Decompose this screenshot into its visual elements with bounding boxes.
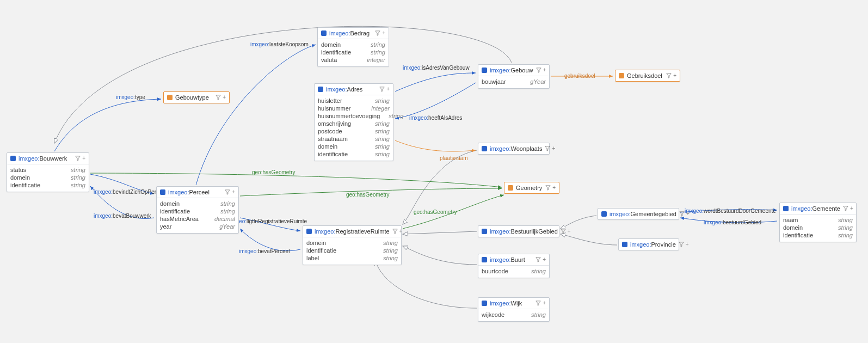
filter-icon[interactable]	[843, 206, 848, 211]
add-icon[interactable]: +	[543, 257, 546, 262]
edge-inherit-wijk	[375, 260, 477, 308]
node-bedrag[interactable]: imxgeo:Bedrag+domeinstringidentificaties…	[317, 27, 389, 67]
attr-name: straatnaam	[318, 135, 348, 143]
filter-icon[interactable]	[561, 229, 566, 234]
node-header[interactable]: imxgeo:Gemeentegebied+	[598, 209, 679, 219]
attr-name: domein	[10, 174, 30, 181]
class-icon	[160, 189, 165, 195]
attr-type: string	[71, 181, 85, 189]
attr-type: string	[375, 143, 390, 150]
edge-label: heeftAlsAdres	[428, 115, 462, 121]
attr-type: string	[531, 311, 546, 318]
filter-icon[interactable]	[679, 211, 685, 217]
filter-icon[interactable]	[392, 229, 398, 234]
node-buurt[interactable]: imxgeo:Buurt+buurtcodestring	[478, 254, 550, 278]
attr-row: domeinstring	[160, 200, 235, 207]
node-header[interactable]: Gebouwtype+	[164, 92, 229, 103]
attr-type: string	[383, 254, 398, 262]
svg-text:imxgeo:heeftAlsAdres: imxgeo:heeftAlsAdres	[409, 115, 462, 121]
filter-icon[interactable]	[216, 95, 221, 100]
attr-type: string	[371, 41, 385, 48]
attr-name: postcode	[318, 127, 342, 135]
node-header[interactable]: imxgeo:Provincie+	[619, 239, 679, 250]
add-icon[interactable]: +	[386, 87, 390, 92]
node-adres[interactable]: imxgeo:Adres+huisletterstringhuisnummeri…	[314, 83, 393, 161]
filter-icon[interactable]	[379, 87, 385, 92]
filter-icon[interactable]	[535, 257, 541, 262]
node-provincie[interactable]: imxgeo:Provincie+	[618, 238, 679, 250]
node-header[interactable]: imxgeo:RegistratieveRuimte+	[303, 226, 401, 237]
node-gebouw[interactable]: imxgeo:Gebouw+bouwjaargYear	[478, 64, 550, 89]
add-icon[interactable]: +	[673, 73, 676, 78]
add-icon[interactable]: +	[543, 68, 546, 73]
svg-text:geo:hasGeometry: geo:hasGeometry	[414, 209, 457, 215]
node-perceel[interactable]: imxgeo:Perceel+domeinstringidentificatie…	[156, 186, 239, 234]
add-icon[interactable]: +	[552, 146, 555, 151]
filter-icon[interactable]	[545, 185, 551, 191]
filter-icon[interactable]	[679, 242, 684, 247]
add-icon[interactable]: +	[686, 242, 689, 247]
node-title: imxgeo:Wijk	[490, 300, 533, 307]
node-actions: +	[536, 68, 546, 73]
node-header[interactable]: imxgeo:Gemeente+	[780, 203, 856, 215]
filter-icon[interactable]	[225, 189, 230, 195]
node-woonplaats[interactable]: imxgeo:Woonplaats+	[478, 143, 550, 155]
filter-icon[interactable]	[535, 301, 541, 306]
node-header[interactable]: imxgeo:Gebouw+	[478, 65, 549, 76]
node-header[interactable]: imxgeo:BestuurlijkGebied+	[478, 226, 559, 237]
node-gebruiksdoel[interactable]: Gebruiksdoel+	[615, 70, 680, 82]
filter-icon[interactable]	[545, 146, 550, 151]
filter-icon[interactable]	[536, 68, 541, 73]
node-header[interactable]: imxgeo:Woonplaats+	[478, 143, 549, 154]
node-header[interactable]: imxgeo:Bouwwerk+	[7, 153, 89, 164]
node-geometry[interactable]: Geometry+	[504, 182, 559, 194]
filter-icon[interactable]	[375, 30, 380, 36]
svg-text:imxgeo:bevatBouwwerk: imxgeo:bevatBouwwerk	[94, 213, 152, 219]
attr-type: string	[375, 150, 390, 158]
node-header[interactable]: imxgeo:Perceel+	[157, 187, 238, 198]
node-bouwwerk[interactable]: imxgeo:Bouwwerk+statusstringdomeinstring…	[7, 152, 89, 192]
attr-name: huisnummer	[318, 105, 351, 112]
class-icon	[482, 146, 487, 151]
node-actions: +	[535, 301, 546, 306]
attr-name: year	[160, 223, 171, 230]
edge-label-prefix: geo:	[252, 169, 262, 175]
node-header[interactable]: imxgeo:Adres+	[315, 84, 393, 95]
add-icon[interactable]: +	[850, 206, 853, 211]
add-icon[interactable]: +	[382, 30, 385, 36]
edge-bevatPerceel	[240, 229, 300, 251]
attr-type: decimal	[214, 215, 235, 223]
node-wijk[interactable]: imxgeo:Wijk+wijkcodestring	[478, 297, 550, 322]
add-icon[interactable]: +	[232, 189, 235, 195]
attr-row: bouwjaargYear	[482, 78, 546, 85]
filter-icon[interactable]	[75, 156, 81, 161]
node-bestuurlijk[interactable]: imxgeo:BestuurlijkGebied+	[478, 225, 559, 237]
add-icon[interactable]: +	[552, 185, 556, 191]
node-gemeente[interactable]: imxgeo:Gemeente+naamstringdomeinstringid…	[779, 203, 857, 242]
attr-row: domeinstring	[783, 224, 853, 231]
node-gemeentegebied[interactable]: imxgeo:Gemeentegebied+	[598, 208, 679, 220]
filter-icon[interactable]	[666, 73, 672, 78]
node-header[interactable]: Gebruiksdoel+	[615, 70, 680, 81]
diagram-canvas[interactable]: imxgeo:laatsteKoopsom imxgeo:type imxgeo…	[0, 0, 868, 343]
edge-bevatBouwwerk	[90, 186, 154, 219]
add-icon[interactable]: +	[543, 301, 546, 306]
node-title: imxgeo:Provincie	[630, 241, 676, 248]
node-regruimte[interactable]: imxgeo:RegistratieveRuimte+domeinstringi…	[303, 225, 402, 265]
add-icon[interactable]: +	[223, 95, 226, 100]
add-icon[interactable]: +	[399, 229, 403, 234]
node-gebouwtype[interactable]: Gebouwtype+	[163, 91, 230, 103]
add-icon[interactable]: +	[82, 156, 85, 161]
attr-row: labelstring	[306, 254, 398, 262]
attr-row: huisnummerinteger	[318, 105, 390, 112]
attr-type: string	[375, 97, 390, 105]
node-header[interactable]: imxgeo:Buurt+	[478, 254, 549, 266]
node-header[interactable]: Geometry+	[504, 182, 559, 193]
attr-type: string	[389, 112, 403, 120]
node-header[interactable]: imxgeo:Bedrag+	[318, 28, 389, 39]
add-icon[interactable]: +	[686, 211, 690, 217]
add-icon[interactable]: +	[568, 229, 571, 234]
node-header[interactable]: imxgeo:Wijk+	[478, 298, 549, 309]
node-title: imxgeo:Gemeente	[791, 205, 840, 212]
attr-name: domein	[160, 200, 180, 207]
